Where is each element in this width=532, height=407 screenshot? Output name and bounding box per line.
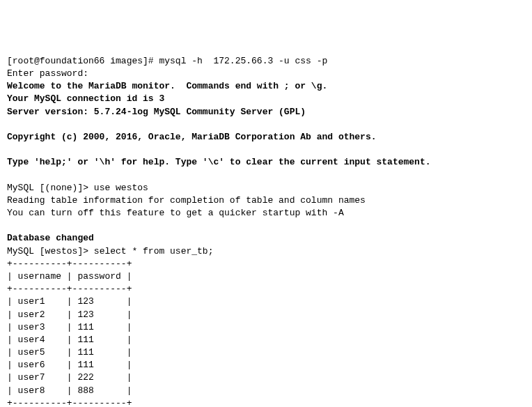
table-row: | user8 | 888 | bbox=[7, 385, 132, 396]
table-header: | username | password | bbox=[7, 271, 132, 282]
copyright-line: Copyright (c) 2000, 2016, Oracle, MariaD… bbox=[7, 132, 377, 142]
table-row: | user7 | 222 | bbox=[7, 372, 132, 383]
welcome-line: Welcome to the MariaDB monitor. Commands… bbox=[7, 81, 327, 91]
table-border-bottom: +----------+----------+ bbox=[7, 398, 132, 407]
shell-prompt-line: [root@foundation66 images]# mysql -h 172… bbox=[7, 56, 327, 66]
connection-id-line: Your MySQL connection id is 3 bbox=[7, 93, 164, 104]
table-border-mid: +----------+----------+ bbox=[7, 284, 132, 294]
table-row: | user2 | 123 | bbox=[7, 309, 132, 320]
help-line: Type 'help;' or '\h' for help. Type '\c'… bbox=[7, 157, 431, 167]
mysql-prompt-none: MySQL [(none)]> bbox=[7, 183, 94, 193]
table-row: | user5 | 111 | bbox=[7, 347, 132, 358]
terminal-output: [root@foundation66 images]# mysql -h 172… bbox=[7, 55, 525, 407]
table-row: | user4 | 111 | bbox=[7, 335, 132, 345]
enter-password: Enter password: bbox=[7, 68, 88, 79]
table-row: | user6 | 111 | bbox=[7, 360, 132, 370]
mysql-prompt-westos-1: MySQL [westos]> bbox=[7, 246, 94, 256]
cmd-select: select * from user_tb; bbox=[94, 246, 214, 256]
turnoff-feature: You can turn off this feature to get a q… bbox=[7, 208, 344, 218]
table-row: | user3 | 111 | bbox=[7, 322, 132, 332]
server-version-line: Server version: 5.7.24-log MySQL Communi… bbox=[7, 107, 306, 117]
table-row: | user1 | 123 | bbox=[7, 296, 132, 307]
table-border-top: +----------+----------+ bbox=[7, 259, 132, 269]
cmd-use-westos: use westos bbox=[94, 183, 148, 193]
database-changed: Database changed bbox=[7, 233, 94, 243]
reading-table-info: Reading table information for completion… bbox=[7, 195, 366, 206]
